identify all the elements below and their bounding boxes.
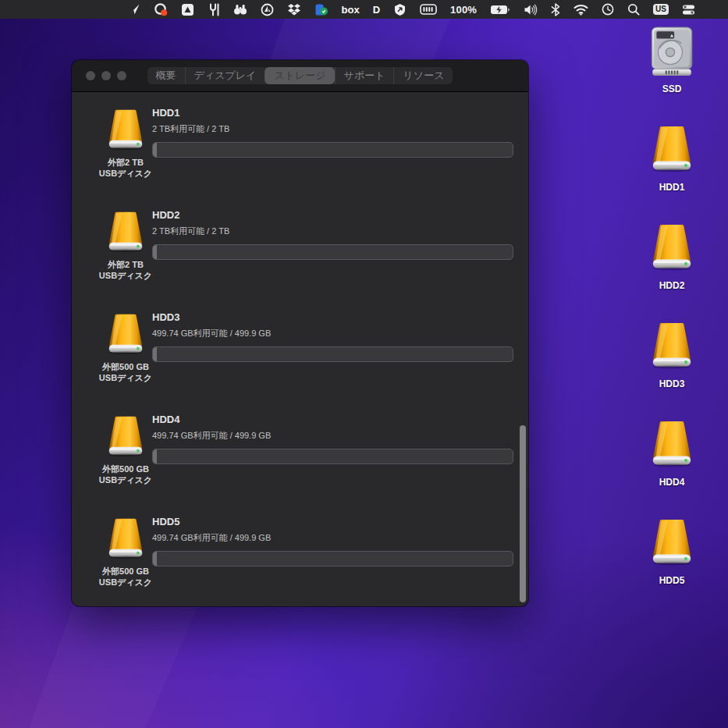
battery-percent-text: 100%: [450, 0, 477, 19]
storage-usage-fill: [153, 143, 157, 157]
window-titlebar[interactable]: 概要ディスプレイストレージサポートリソース: [72, 60, 528, 92]
external-drive-icon: [103, 415, 148, 459]
clock-icon[interactable]: [602, 0, 614, 19]
menu-bar: box D 100%: [0, 0, 728, 19]
storage-usage-fill: [153, 347, 157, 361]
desktop-icon-label: HDD3: [625, 378, 719, 389]
storage-usage-fill: [153, 245, 157, 259]
circle-sail-icon[interactable]: [261, 0, 274, 19]
input-source-badge[interactable]: US: [653, 0, 669, 19]
storage-list: 外部2 TB USBディスク HDD1 2 TB利用可能 / 2 TB 外部2 …: [72, 92, 528, 606]
drive-usage-text: 2 TB利用可能 / 2 TB: [152, 226, 513, 237]
drive-kind-line2: USBディスク: [83, 577, 169, 588]
drive-kind-line2: USBディスク: [83, 270, 169, 281]
drive-row: 外部500 GB USBディスク HDD3 499.74 GB利用可能 / 49…: [72, 307, 528, 410]
drive-usage-text: 499.74 GB利用可能 / 499.9 GB: [152, 430, 513, 442]
triangle-app-icon[interactable]: [181, 0, 194, 19]
wifi-icon[interactable]: [574, 0, 588, 19]
tab-2[interactable]: ディスプレイ: [185, 67, 265, 84]
drive-kind-line1: 外部500 GB: [83, 361, 169, 372]
drive-row-detail: HDD1 2 TB利用可能 / 2 TB: [152, 107, 513, 158]
external-drive-icon: [646, 515, 698, 571]
desktop-icon-label: HDD2: [625, 280, 719, 291]
external-drive-icon: [103, 313, 148, 357]
desktop-icon-ssd[interactable]: SSD: [625, 23, 719, 94]
dropbox-icon[interactable]: [287, 0, 301, 19]
storage-usage-bar: [152, 346, 513, 362]
external-drive-icon: [103, 211, 148, 254]
zoom-button[interactable]: [117, 71, 126, 80]
drive-name: HDD4: [152, 414, 513, 425]
drive-name: HDD3: [152, 311, 513, 323]
desktop-icon-hdd5[interactable]: HDD5: [625, 515, 719, 586]
external-drive-icon: [646, 417, 698, 473]
drive-kind-line1: 外部500 GB: [83, 566, 169, 577]
battery-charging-icon[interactable]: [490, 0, 510, 19]
window-tabs: 概要ディスプレイストレージサポートリソース: [147, 67, 453, 84]
external-drive-icon: [646, 318, 698, 375]
tuning-fork-icon[interactable]: [208, 0, 220, 19]
traffic-lights: [86, 71, 126, 80]
search-icon[interactable]: [627, 0, 640, 19]
internal-drive-icon: [646, 23, 698, 80]
storage-usage-fill: [153, 449, 157, 463]
storage-usage-bar: [152, 244, 513, 260]
drive-row: 外部2 TB USBディスク HDD1 2 TB利用可能 / 2 TB: [72, 103, 528, 205]
tab-4[interactable]: サポート: [335, 67, 394, 84]
box-logo[interactable]: box: [342, 0, 360, 19]
desktop-icon-hdd1[interactable]: HDD1: [625, 122, 719, 193]
drive-row: 外部500 GB USBディスク HDD5 499.74 GB利用可能 / 49…: [72, 512, 528, 606]
drive-usage-text: 499.74 GB利用可能 / 499.9 GB: [152, 532, 513, 544]
tab-5[interactable]: リソース: [394, 67, 453, 84]
desktop-icon-column: SSD HDD1 HDD2 HDD3 HDD4 HDD5: [615, 19, 728, 705]
drive-kind-line2: USBディスク: [83, 372, 169, 383]
minimize-button[interactable]: [101, 71, 111, 80]
battery-cells-icon[interactable]: [420, 0, 437, 19]
external-drive-icon: [646, 220, 698, 276]
control-center-icon[interactable]: [682, 0, 695, 19]
volume-icon[interactable]: [524, 0, 538, 19]
drive-kind-line1: 外部2 TB: [83, 259, 169, 270]
drive-kind-line1: 外部500 GB: [83, 463, 169, 474]
tab-1[interactable]: 概要: [147, 67, 185, 84]
drive-name: HDD1: [152, 107, 513, 119]
tab-3[interactable]: ストレージ: [265, 67, 334, 84]
close-button[interactable]: [86, 71, 95, 80]
drive-kind-line1: 外部2 TB: [83, 157, 169, 168]
desktop-icon-hdd3[interactable]: HDD3: [625, 318, 719, 389]
drive-row-detail: HDD2 2 TB利用可能 / 2 TB: [152, 209, 513, 260]
storage-usage-bar: [152, 551, 513, 566]
drive-row-detail: HDD5 499.74 GB利用可能 / 499.9 GB: [152, 516, 513, 566]
external-drive-icon: [646, 122, 698, 178]
drive-name: HDD5: [152, 516, 513, 527]
d-logo[interactable]: D: [373, 0, 380, 19]
scrollbar-thumb[interactable]: [520, 425, 526, 602]
shield-arrow-icon[interactable]: [393, 0, 407, 19]
bluetooth-icon[interactable]: [551, 0, 560, 19]
drive-row-detail: HDD3 499.74 GB利用可能 / 499.9 GB: [152, 311, 513, 362]
storage-usage-bar: [152, 142, 513, 158]
drive-row-detail: HDD4 499.74 GB利用可能 / 499.9 GB: [152, 414, 513, 464]
docs-app-icon[interactable]: [314, 0, 328, 19]
input-source-label: US: [653, 4, 669, 15]
desktop-icon-label: HDD1: [625, 182, 719, 193]
desktop-icon-hdd2[interactable]: HDD2: [625, 220, 719, 291]
external-drive-icon: [103, 517, 148, 561]
system-info-window: 概要ディスプレイストレージサポートリソース 外部2 TB USBディスク HDD…: [72, 60, 528, 606]
desktop-icon-hdd4[interactable]: HDD4: [625, 417, 719, 488]
drive-row: 外部500 GB USBディスク HDD4 499.74 GB利用可能 / 49…: [72, 410, 528, 512]
drive-name: HDD2: [152, 209, 513, 221]
drive-row: 外部2 TB USBディスク HDD2 2 TB利用可能 / 2 TB: [72, 205, 528, 307]
drive-usage-text: 2 TB利用可能 / 2 TB: [152, 123, 513, 135]
creative-cloud-icon[interactable]: [154, 0, 168, 19]
storage-usage-fill: [153, 552, 157, 566]
binoculars-icon[interactable]: [233, 0, 247, 19]
desktop-icon-label: HDD4: [625, 477, 719, 488]
external-drive-icon: [103, 108, 148, 152]
desktop-icon-label: SSD: [625, 83, 719, 94]
drive-usage-text: 499.74 GB利用可能 / 499.9 GB: [152, 328, 513, 339]
desktop-icon-label: HDD5: [625, 575, 719, 586]
location-arrow-icon[interactable]: [128, 0, 140, 19]
drive-kind-line2: USBディスク: [83, 474, 169, 485]
storage-usage-bar: [152, 449, 513, 464]
